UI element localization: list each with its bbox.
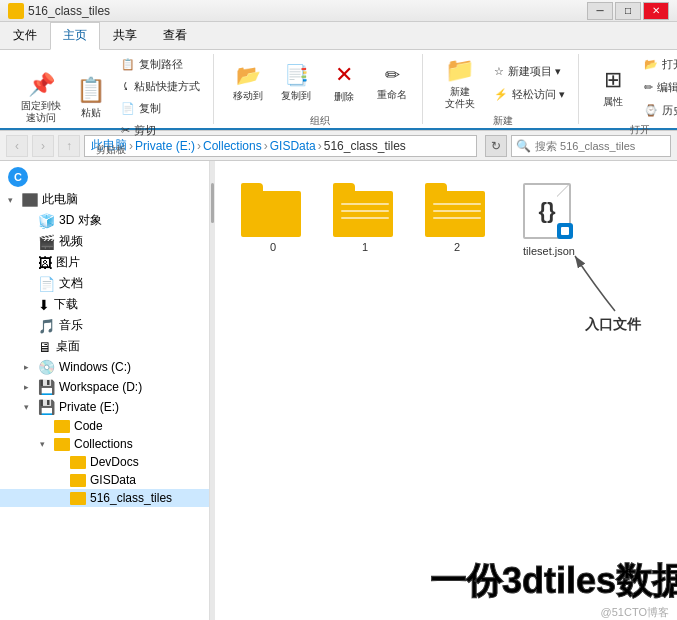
file-item-0[interactable]: 0 [237,183,309,253]
copy-button[interactable]: 📄 复制 [116,98,205,119]
folder-icon-0 [241,183,305,237]
sidebar-item-music[interactable]: ▾ 🎵 音乐 [0,315,209,336]
clipboard-buttons: 📌 固定到快速访问 📋 粘贴 📋 复制路径 ⤹ [16,54,205,141]
sidebar-label-video: 视频 [59,233,83,250]
search-input[interactable] [535,140,673,152]
sidebar-item-516tiles[interactable]: ▾ 516_class_tiles [0,489,209,507]
folder-icon-2 [425,183,489,237]
sidebar-label-music: 音乐 [59,317,83,334]
sidebar-item-3d[interactable]: ▾ 🧊 3D 对象 [0,210,209,231]
tab-view[interactable]: 查看 [150,22,200,49]
edit-button[interactable]: ✏ 编辑 [639,77,677,98]
pasteshortcut-button[interactable]: ⤹ 粘贴快捷方式 [116,76,205,97]
sidebar-item-collections[interactable]: ▾ Collections [0,435,209,453]
tab-home[interactable]: 主页 [50,22,100,50]
sidebar-item-code[interactable]: ▾ Code [0,417,209,435]
expand-collections-icon: ▾ [40,439,50,449]
path-current[interactable]: 516_class_tiles [324,139,406,153]
path-collections[interactable]: Collections [203,139,262,153]
sidebar-item-video[interactable]: ▾ 🎬 视频 [0,231,209,252]
pics-icon: 🖼 [38,255,52,271]
copyto-button[interactable]: 📑 复制到 [274,54,318,112]
tiles-folder-icon [70,492,86,505]
file-view: 0 1 [215,161,677,620]
window-icon [8,3,24,19]
search-icon: 🔍 [516,139,531,153]
sidebar-label-cdrive: Windows (C:) [59,360,131,374]
vscode-badge-icon [557,223,573,239]
search-box[interactable]: 🔍 [511,135,671,157]
properties-button[interactable]: ⊞ 属性 [591,59,635,117]
window-title: 516_class_tiles [28,4,583,18]
sidebar-item-desktop[interactable]: ▾ 🖥 桌面 [0,336,209,357]
docs-icon: 📄 [38,276,55,292]
sidebar-label-devdocs: DevDocs [90,455,139,469]
minimize-button[interactable]: ─ [587,2,613,20]
history-button[interactable]: ⌚ 历史 [639,100,677,121]
rename-button[interactable]: ✏ 重命名 [370,54,414,112]
ribbon-group-open: ⊞ 属性 📂 打开 ✏ 编辑 ⌚ 历史 [583,54,677,124]
ribbon-group-clipboard: 📌 固定到快速访问 📋 粘贴 📋 复制路径 ⤹ [8,54,214,124]
file-item-1[interactable]: 1 [329,183,401,253]
close-button[interactable]: ✕ [643,2,669,20]
new-label: 新建 [493,112,513,128]
back-button[interactable]: ‹ [6,135,28,157]
ribbon-tabs: 文件 主页 共享 查看 [0,22,677,50]
newitem-button[interactable]: ☆ 新建项目 ▾ [489,61,570,82]
forward-button[interactable]: › [32,135,54,157]
file-label-0: 0 [270,241,276,253]
title-bar: 516_class_tiles ─ □ ✕ [0,0,677,22]
3d-icon: 🧊 [38,213,55,229]
refresh-button[interactable]: ↻ [485,135,507,157]
sidebar-label-516tiles: 516_class_tiles [90,491,172,505]
window-controls[interactable]: ─ □ ✕ [587,2,669,20]
annotation-container: 入口文件 [585,316,641,334]
path-gisdata[interactable]: GISData [270,139,316,153]
sidebar-label-docs: 文档 [59,275,83,292]
sidebar-label-edrive: Private (E:) [59,400,119,414]
sidebar-item-downloads[interactable]: ▾ ⬇ 下载 [0,294,209,315]
sidebar-item-pics[interactable]: ▾ 🖼 图片 [0,252,209,273]
open-label: 打开 [630,121,650,137]
newfolder-button[interactable]: 📁 新建文件夹 [435,54,485,112]
expand-edrive-icon: ▾ [24,402,34,412]
ribbon-group-new: 📁 新建文件夹 ☆ 新建项目 ▾ ⚡ 轻松访问 ▾ 新建 [427,54,579,124]
easyaccess-button[interactable]: ⚡ 轻松访问 ▾ [489,84,570,105]
cut-button[interactable]: ✂ 剪切 [116,120,205,141]
sidebar-item-devdocs[interactable]: ▾ DevDocs [0,453,209,471]
sidebar-item-ddrive[interactable]: ▸ 💾 Workspace (D:) [0,377,209,397]
up-button[interactable]: ↑ [58,135,80,157]
desktop-icon: 🖥 [38,339,52,355]
clipboard-label: 剪贴板 [96,141,126,157]
big-text: 一份3dtiles数据集 [430,557,677,606]
open-buttons: ⊞ 属性 📂 打开 ✏ 编辑 ⌚ 历史 [591,54,677,121]
code-folder-icon [54,420,70,433]
devdocs-folder-icon [70,456,86,469]
sidebar-item-edrive[interactable]: ▾ 💾 Private (E:) [0,397,209,417]
open-button[interactable]: 📂 打开 [639,54,677,75]
sidebar-item-user[interactable]: C [0,165,209,189]
ddrive-icon: 💾 [38,379,55,395]
sidebar-item-docs[interactable]: ▾ 📄 文档 [0,273,209,294]
music-icon: 🎵 [38,318,55,334]
gisdata-folder-icon [70,474,86,487]
tab-file[interactable]: 文件 [0,22,50,49]
cdrive-icon: 💿 [38,359,55,375]
copypath-button[interactable]: 📋 复制路径 [116,54,205,75]
sidebar-item-cdrive[interactable]: ▸ 💿 Windows (C:) [0,357,209,377]
delete-button[interactable]: ✕ 删除 [322,54,366,112]
file-item-2[interactable]: 2 [421,183,493,253]
file-label-1: 1 [362,241,368,253]
sidebar-item-gisdata[interactable]: ▾ GISData [0,471,209,489]
ribbon-group-organize: 📂 移动到 📑 复制到 ✕ 删除 ✏ 重命名 组织 [218,54,423,124]
paste-button[interactable]: 📋 粘贴 [70,70,112,126]
expand-cdrive-icon: ▸ [24,362,34,372]
moveto-button[interactable]: 📂 移动到 [226,54,270,112]
maximize-button[interactable]: □ [615,2,641,20]
pin-to-quickaccess-button[interactable]: 📌 固定到快速访问 [16,69,66,127]
edrive-icon: 💾 [38,399,55,415]
computer-icon [22,193,38,207]
sidebar: C ▾ 此电脑 ▾ 🧊 3D 对象 ▾ 🎬 视频 ▾ 🖼 图片 ▾ [0,161,210,620]
sidebar-item-thispc[interactable]: ▾ 此电脑 [0,189,209,210]
tab-share[interactable]: 共享 [100,22,150,49]
